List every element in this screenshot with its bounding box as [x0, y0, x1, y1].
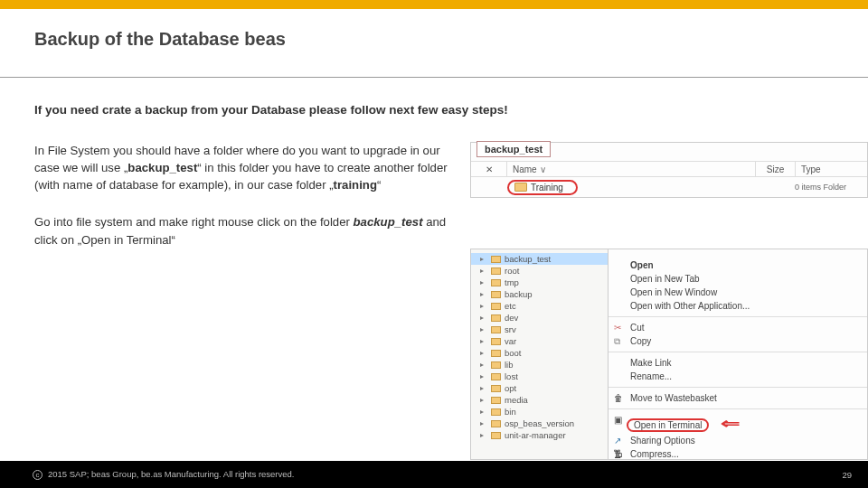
tree-item[interactable]: ▸lib	[471, 359, 608, 371]
intro-text: If you need crate a backup from your Dat…	[34, 103, 868, 117]
copy-icon	[614, 336, 625, 347]
tree-item[interactable]: ▸bin	[471, 406, 608, 418]
ctx-move-wastebasket[interactable]: Move to Wastebasket	[609, 391, 867, 405]
footer-bar: c2015 SAP; beas Group, be.as Manufacturi…	[0, 461, 868, 488]
file-manager-bottom: ▸backup_test ▸root ▸tmp ▸backup ▸etc ▸de…	[470, 249, 868, 460]
paragraph-2: Go into file system and make right mouse…	[34, 213, 448, 248]
ctx-rename[interactable]: Rename...	[609, 370, 867, 383]
content-area: If you need crate a backup from your Dat…	[0, 78, 868, 460]
context-menu: Open Open in New Tab Open in New Window …	[609, 249, 867, 459]
tree-item[interactable]: ▸dev	[471, 312, 608, 324]
trash-icon	[614, 393, 625, 404]
tree-item[interactable]: ▸etc	[471, 300, 608, 312]
tree-item[interactable]: ▸srv	[471, 324, 608, 335]
ctx-cut[interactable]: Cut	[609, 321, 867, 334]
fm-tab-backup-test[interactable]: backup_test	[476, 141, 551, 157]
ctx-compress[interactable]: Compress...	[609, 447, 867, 461]
folder-icon	[514, 183, 527, 192]
ctx-copy[interactable]: Copy	[609, 334, 867, 348]
tree-item[interactable]: ▸osp_beas_version	[471, 418, 608, 429]
tree-item[interactable]: ▸backup	[471, 288, 608, 300]
paragraph-1: In File System you should have a folder …	[34, 142, 448, 193]
fm-row-type: 0 items Folder	[795, 183, 867, 192]
copyright-icon: c	[33, 470, 42, 480]
close-icon[interactable]: ✕	[471, 162, 507, 176]
file-manager-top: backup_test ✕ Name∨ Size Type Training	[470, 142, 868, 198]
tree-item[interactable]: ▸var	[471, 335, 608, 347]
ctx-sharing[interactable]: Sharing Options	[609, 434, 867, 447]
tree-item[interactable]: ▸unit-ar-manager	[471, 429, 608, 441]
footer-copyright: c2015 SAP; beas Group, be.as Manufacturi…	[33, 469, 295, 480]
folder-icon	[491, 256, 501, 263]
ctx-open-terminal[interactable]: Open in Terminal ⇐	[609, 413, 867, 434]
page-title: Backup of the Database beas	[0, 9, 868, 50]
arrow-icon: ⇐	[721, 415, 740, 432]
fm-row-training[interactable]: Training 0 items Folder	[471, 179, 867, 195]
ctx-open[interactable]: Open	[609, 258, 867, 272]
fm-row-label: Training	[531, 183, 563, 192]
sort-chevron-icon: ∨	[540, 164, 546, 174]
page-number: 29	[842, 470, 852, 480]
tree-item-selected[interactable]: ▸backup_test	[471, 253, 608, 265]
share-icon	[614, 436, 625, 446]
cut-icon	[614, 323, 625, 333]
highlight-ring: Training	[507, 180, 578, 195]
right-column: backup_test ✕ Name∨ Size Type Training	[470, 142, 868, 460]
folder-tree[interactable]: ▸backup_test ▸root ▸tmp ▸backup ▸etc ▸de…	[471, 249, 609, 459]
tree-item[interactable]: ▸media	[471, 394, 608, 406]
fm-header-row: ✕ Name∨ Size Type	[471, 161, 867, 177]
ctx-open-other-app[interactable]: Open with Other Application...	[609, 299, 867, 313]
fm-col-type[interactable]: Type	[795, 162, 867, 176]
accent-bar	[0, 0, 868, 9]
compress-icon	[614, 449, 625, 460]
ctx-make-link[interactable]: Make Link	[609, 356, 867, 370]
tree-item[interactable]: ▸lost	[471, 371, 608, 382]
fm-col-name[interactable]: Name∨	[507, 162, 755, 176]
highlight-ring: Open in Terminal	[627, 418, 709, 432]
fm-col-size[interactable]: Size	[755, 162, 795, 176]
ctx-open-new-tab[interactable]: Open in New Tab	[609, 272, 867, 286]
tree-item[interactable]: ▸opt	[471, 382, 608, 394]
tree-item[interactable]: ▸boot	[471, 347, 608, 359]
tree-item[interactable]: ▸tmp	[471, 277, 608, 288]
terminal-icon	[614, 415, 625, 426]
tree-item[interactable]: ▸root	[471, 265, 608, 277]
ctx-open-new-window[interactable]: Open in New Window	[609, 286, 867, 299]
left-column: In File System you should have a folder …	[34, 142, 448, 460]
